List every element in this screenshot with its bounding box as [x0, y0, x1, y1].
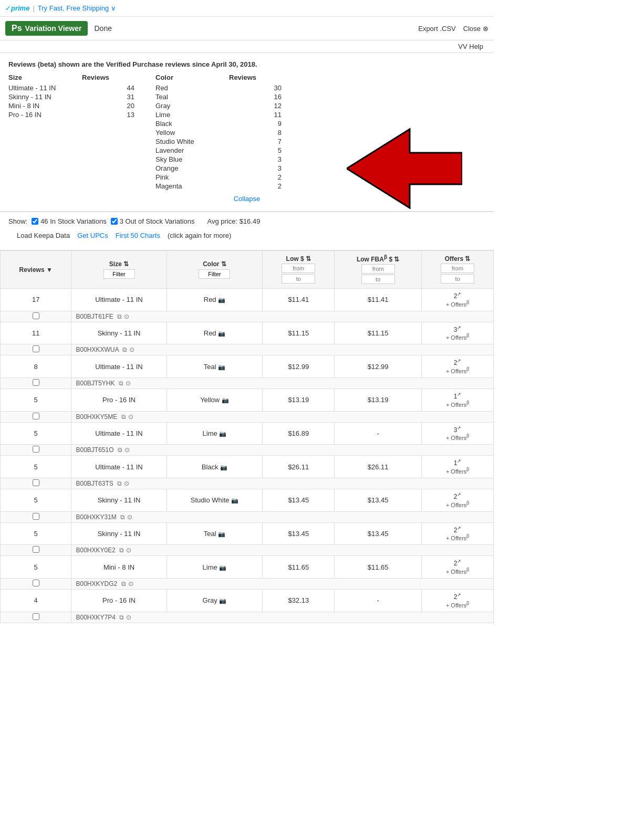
table-subrow: B00HXKYDG2 ⧉ ⊙ — [1, 578, 494, 589]
th-size[interactable]: Size ⇅ — [71, 251, 167, 289]
cell-size: Skinny - 11 IN — [71, 322, 167, 344]
settings-icon[interactable]: ⊙ — [126, 380, 131, 387]
low-sort-icon: ⇅ — [306, 255, 311, 262]
settings-icon[interactable]: ⊙ — [124, 446, 130, 454]
row-checkbox[interactable] — [33, 513, 39, 520]
camera-icon[interactable]: 📷 — [218, 297, 225, 303]
table-row: 5 Ultimate - 11 IN Lime 📷 $16.89 - 3↗ + … — [1, 422, 494, 445]
out-stock-checkbox[interactable] — [111, 218, 118, 225]
asin-cell: B00BJT63TS ⧉ ⊙ — [71, 478, 494, 489]
copy-icon[interactable]: ⧉ — [122, 346, 127, 353]
copy-icon[interactable]: ⧉ — [117, 480, 122, 487]
color-row-count: 2 — [229, 182, 282, 191]
cell-reviews: 11 — [1, 322, 71, 344]
table-row: 4 Pro - 16 IN Gray 📷 $32.13 - 2↗ + Offer… — [1, 589, 494, 612]
row-checkbox[interactable] — [33, 312, 39, 319]
camera-icon[interactable]: 📷 — [220, 464, 227, 470]
close-button[interactable]: Close ⊗ — [463, 25, 488, 33]
settings-icon[interactable]: ⊙ — [126, 547, 131, 554]
asin-icons: ⧉ ⊙ — [120, 513, 132, 521]
settings-icon[interactable]: ⊙ — [124, 313, 129, 320]
load-keepa-button[interactable]: Load Keepa Data — [17, 232, 70, 239]
cell-size: Skinny - 11 IN — [71, 489, 167, 511]
row-checkbox[interactable] — [33, 479, 39, 486]
camera-icon[interactable]: 📷 — [219, 430, 226, 437]
th-color[interactable]: Color ⇅ — [167, 251, 263, 289]
export-csv-button[interactable]: Export .CSV — [418, 25, 456, 33]
svg-marker-0 — [347, 129, 462, 208]
try-fast-link[interactable]: Try Fast, Free Shipping ∨ — [38, 4, 116, 12]
in-stock-checkbox[interactable] — [32, 218, 38, 225]
th-low-fba[interactable]: Low FBAβ $ ⇅ — [335, 251, 422, 289]
camera-icon[interactable]: 📷 — [219, 564, 226, 571]
offers-to-input[interactable] — [441, 274, 474, 284]
asin-text: B00HXKY31M — [76, 513, 116, 521]
out-stock-checkbox-label[interactable]: 3 Out of Stock Variations — [111, 217, 195, 225]
asin-text: B00BJT651O — [76, 446, 113, 454]
cell-color: Red 📷 — [167, 289, 263, 311]
row-checkbox[interactable] — [33, 613, 39, 620]
fba-from-input[interactable] — [361, 264, 395, 274]
row-checkbox[interactable] — [33, 345, 39, 352]
copy-icon[interactable]: ⧉ — [117, 313, 122, 320]
color-header: Color — [155, 74, 208, 81]
th-offers[interactable]: Offers ⇅ — [422, 251, 494, 289]
settings-icon[interactable]: ⊙ — [127, 513, 132, 521]
vv-help-link[interactable]: VV Help — [458, 43, 483, 50]
cell-color: Yellow 📷 — [167, 388, 263, 411]
copy-icon[interactable]: ⧉ — [118, 446, 122, 454]
offers-text: + Offersβ — [446, 402, 470, 408]
table-subrow: B00HXKY0E2 ⧉ ⊙ — [1, 545, 494, 556]
collapse-link[interactable]: Collapse — [234, 195, 261, 203]
color-row-name: Yellow — [155, 128, 208, 137]
camera-icon[interactable]: 📷 — [218, 364, 225, 370]
table-subrow: B00BJT651O ⧉ ⊙ — [1, 445, 494, 456]
th-reviews[interactable]: Reviews ▼ — [1, 251, 71, 289]
reviews-col-2: Reviews 3016121198753322 — [229, 74, 282, 191]
camera-icon[interactable]: 📷 — [219, 597, 226, 604]
camera-icon[interactable]: 📷 — [218, 531, 225, 537]
in-stock-checkbox-label[interactable]: 46 In Stock Variations — [32, 217, 107, 225]
asin-icons: ⧉ ⊙ — [121, 580, 133, 587]
fba-to-input[interactable] — [361, 275, 395, 284]
first-50-charts-link[interactable]: First 50 Charts — [116, 232, 160, 239]
copy-icon[interactable]: ⧉ — [121, 580, 126, 587]
cell-reviews: 4 — [1, 589, 71, 612]
size-row-name: Ultimate - 11 IN — [8, 83, 61, 92]
camera-icon[interactable]: 📷 — [231, 497, 238, 503]
done-button[interactable]: Done — [94, 24, 111, 33]
row-checkbox[interactable] — [33, 413, 39, 419]
color-filter-input[interactable] — [199, 269, 230, 279]
row-checkbox[interactable] — [33, 546, 39, 553]
cell-color: Black 📷 — [167, 456, 263, 478]
camera-icon[interactable]: 📷 — [222, 397, 229, 403]
asin-icons: ⧉ ⊙ — [119, 547, 131, 554]
th-low-price[interactable]: Low $ ⇅ — [263, 251, 335, 289]
settings-icon[interactable]: ⊙ — [129, 346, 134, 353]
size-row-count: 13 — [82, 110, 134, 119]
copy-icon[interactable]: ⧉ — [119, 380, 123, 387]
offers-from-input[interactable] — [441, 264, 474, 273]
row-checkbox[interactable] — [33, 446, 39, 453]
copy-icon[interactable]: ⧉ — [119, 614, 124, 621]
size-filter-input[interactable] — [103, 269, 135, 279]
row-checkbox[interactable] — [33, 379, 39, 386]
red-arrow-icon — [347, 127, 462, 211]
settings-icon[interactable]: ⊙ — [126, 614, 131, 621]
offers-arrow: ↗ — [457, 291, 461, 297]
cell-offers: 2↗ + Offersβ — [422, 489, 494, 511]
copy-icon[interactable]: ⧉ — [120, 513, 125, 521]
variation-table: Reviews ▼ Size ⇅ Color ⇅ Low $ ⇅ Low FBA… — [0, 250, 494, 623]
offers-text: + Offersβ — [446, 468, 470, 475]
row-checkbox[interactable] — [33, 580, 39, 586]
settings-icon[interactable]: ⊙ — [124, 480, 129, 487]
camera-icon[interactable]: 📷 — [218, 330, 225, 337]
low-to-input[interactable] — [282, 274, 315, 284]
cell-offers: 2↗ + Offersβ — [422, 589, 494, 612]
settings-icon[interactable]: ⊙ — [128, 580, 133, 587]
copy-icon[interactable]: ⧉ — [119, 547, 124, 554]
settings-icon[interactable]: ⊙ — [128, 413, 133, 421]
get-upcs-link[interactable]: Get UPCs — [77, 232, 108, 239]
low-from-input[interactable] — [282, 264, 315, 273]
copy-icon[interactable]: ⧉ — [121, 413, 126, 421]
